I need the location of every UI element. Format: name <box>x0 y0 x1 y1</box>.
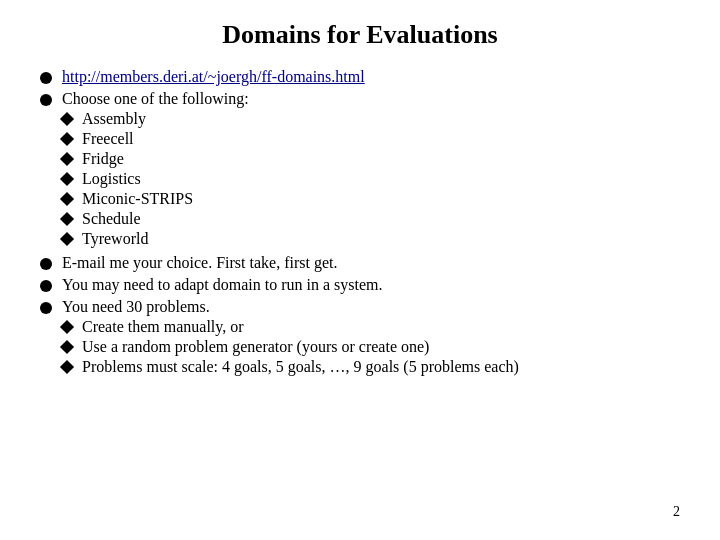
sub-list-item: Problems must scale: 4 goals, 5 goals, …… <box>62 358 519 376</box>
sub-list-item: Logistics <box>62 170 249 188</box>
list-item-problems: You need 30 problems. Create them manual… <box>40 298 680 378</box>
list-item-email: E-mail me your choice. First take, first… <box>40 254 680 272</box>
diamond-icon <box>60 192 74 206</box>
diamond-icon <box>60 232 74 246</box>
list-item-choose: Choose one of the following: Assembly Fr… <box>40 90 680 250</box>
problems-text: You need 30 problems. <box>62 298 210 315</box>
bullet-icon <box>40 302 52 314</box>
diamond-icon <box>60 320 74 334</box>
problems-sub-list: Create them manually, or Use a random pr… <box>62 318 519 376</box>
domain-tyreworld: Tyreworld <box>82 230 148 248</box>
sub-list-item: Assembly <box>62 110 249 128</box>
sub-list-item: Use a random problem generator (yours or… <box>62 338 519 356</box>
bullet-icon <box>40 280 52 292</box>
page-number: 2 <box>40 496 680 520</box>
sub-list-item: Freecell <box>62 130 249 148</box>
domain-fridge: Fridge <box>82 150 124 168</box>
sub-list-item: Create them manually, or <box>62 318 519 336</box>
list-item-adapt: You may need to adapt domain to run in a… <box>40 276 680 294</box>
sub-list-item: Schedule <box>62 210 249 228</box>
sub-list-item: Miconic-STRIPS <box>62 190 249 208</box>
problem-scale: Problems must scale: 4 goals, 5 goals, …… <box>82 358 519 376</box>
domains-link[interactable]: http://members.deri.at/~joergh/ff-domain… <box>62 68 365 85</box>
page-title: Domains for Evaluations <box>40 20 680 50</box>
diamond-icon <box>60 152 74 166</box>
list-item-link: http://members.deri.at/~joergh/ff-domain… <box>40 68 680 86</box>
diamond-icon <box>60 112 74 126</box>
diamond-icon <box>60 340 74 354</box>
domain-sub-list: Assembly Freecell Fridge Logistics <box>62 110 249 248</box>
domain-freecell: Freecell <box>82 130 134 148</box>
email-text: E-mail me your choice. First take, first… <box>62 254 337 272</box>
sub-list-item: Fridge <box>62 150 249 168</box>
link-item[interactable]: http://members.deri.at/~joergh/ff-domain… <box>62 68 365 86</box>
problem-manually: Create them manually, or <box>82 318 244 336</box>
problem-generator: Use a random problem generator (yours or… <box>82 338 429 356</box>
content-area: http://members.deri.at/~joergh/ff-domain… <box>40 68 680 496</box>
domain-logistics: Logistics <box>82 170 141 188</box>
domain-schedule: Schedule <box>82 210 141 228</box>
problems-section: You need 30 problems. Create them manual… <box>62 298 519 378</box>
diamond-icon <box>60 212 74 226</box>
sub-list-item: Tyreworld <box>62 230 249 248</box>
domain-miconic: Miconic-STRIPS <box>82 190 193 208</box>
page: Domains for Evaluations http://members.d… <box>0 0 720 540</box>
diamond-icon <box>60 132 74 146</box>
choose-section: Choose one of the following: Assembly Fr… <box>62 90 249 250</box>
choose-text: Choose one of the following: <box>62 90 249 107</box>
bullet-icon <box>40 94 52 106</box>
diamond-icon <box>60 172 74 186</box>
domain-assembly: Assembly <box>82 110 146 128</box>
bullet-icon <box>40 72 52 84</box>
adapt-text: You may need to adapt domain to run in a… <box>62 276 383 294</box>
bullet-icon <box>40 258 52 270</box>
main-list: http://members.deri.at/~joergh/ff-domain… <box>40 68 680 378</box>
diamond-icon <box>60 360 74 374</box>
